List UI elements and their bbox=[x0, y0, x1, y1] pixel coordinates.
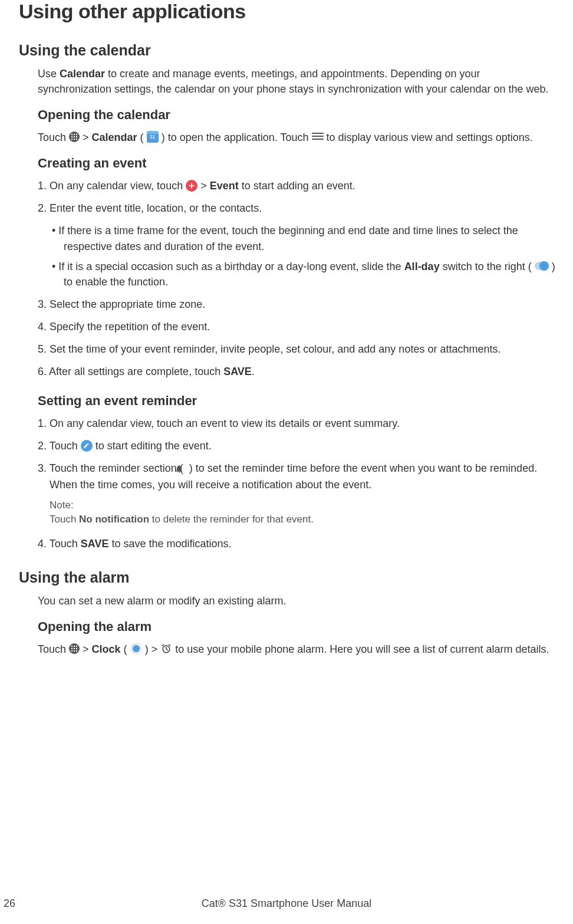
svg-point-4 bbox=[74, 136, 75, 137]
page-number: 26 bbox=[4, 897, 15, 910]
heading-setting-reminder: Setting an event reminder bbox=[38, 393, 555, 409]
opening-alarm-text: Touch > Clock ( ) > to use your mobile p… bbox=[38, 642, 555, 657]
alarm-clock-icon bbox=[160, 643, 172, 655]
svg-point-12 bbox=[71, 648, 73, 649]
calendar-intro: Use Calendar to create and manage events… bbox=[38, 66, 555, 97]
svg-point-5 bbox=[76, 136, 77, 137]
create-step-3: 3. Select the appropriate time zone. bbox=[38, 297, 555, 312]
svg-point-10 bbox=[74, 646, 75, 647]
section-using-alarm: Using the alarm bbox=[19, 569, 555, 586]
svg-point-0 bbox=[71, 134, 73, 135]
heading-opening-calendar: Opening the calendar bbox=[38, 107, 555, 123]
svg-point-16 bbox=[74, 650, 75, 652]
page-footer: 26 Cat® S31 Smartphone User Manual bbox=[0, 897, 573, 910]
apps-grid-icon bbox=[69, 131, 80, 142]
svg-point-17 bbox=[76, 650, 77, 652]
svg-point-14 bbox=[76, 648, 77, 649]
svg-point-3 bbox=[71, 136, 73, 137]
svg-point-6 bbox=[71, 139, 73, 140]
svg-point-8 bbox=[76, 139, 77, 140]
reminder-step-3: 3. Touch the reminder section ( ) to set… bbox=[38, 461, 555, 492]
clock-app-icon bbox=[130, 643, 142, 655]
svg-point-7 bbox=[74, 139, 75, 140]
create-step-4: 4. Specify the repetition of the event. bbox=[38, 319, 555, 334]
reminder-step-4: 4. Touch SAVE to save the modifications. bbox=[38, 536, 555, 551]
reminder-step-1: 1. On any calendar view, touch an event … bbox=[38, 416, 555, 431]
edit-icon bbox=[81, 440, 93, 452]
svg-point-11 bbox=[76, 646, 77, 647]
section-using-calendar: Using the calendar bbox=[19, 42, 555, 59]
menu-icon bbox=[312, 133, 324, 141]
svg-point-2 bbox=[76, 134, 77, 135]
svg-point-15 bbox=[71, 650, 73, 652]
reminder-step-2: 2. Touch to start editing the event. bbox=[38, 438, 555, 453]
footer-title: Cat® S31 Smartphone User Manual bbox=[202, 897, 371, 910]
svg-point-1 bbox=[74, 134, 75, 135]
svg-point-9 bbox=[71, 646, 73, 647]
create-step-6: 6. After all settings are complete, touc… bbox=[38, 364, 555, 379]
toggle-on-icon bbox=[535, 262, 549, 270]
reminder-note: Note: Touch No notification to delete th… bbox=[50, 499, 555, 527]
create-step-1: 1. On any calendar view, touch > Event t… bbox=[38, 178, 555, 193]
heading-opening-alarm: Opening the alarm bbox=[38, 619, 555, 634]
opening-calendar-text: Touch > Calendar ( 31 ) to open the appl… bbox=[38, 130, 555, 145]
svg-point-13 bbox=[74, 648, 75, 649]
create-step-2: 2. Enter the event title, location, or t… bbox=[38, 200, 555, 216]
heading-creating-event: Creating an event bbox=[38, 156, 555, 171]
page-title: Using other applications bbox=[19, 0, 555, 23]
calendar-app-icon: 31 bbox=[147, 131, 159, 143]
create-bullet-2: • If it is a special occasion such as a … bbox=[52, 259, 555, 290]
plus-icon bbox=[186, 180, 197, 192]
alarm-intro: You can set a new alarm or modify an exi… bbox=[38, 593, 555, 609]
create-step-5: 5. Set the time of your event reminder, … bbox=[38, 341, 555, 357]
apps-grid-icon bbox=[69, 643, 80, 654]
create-bullet-1: • If there is a time frame for the event… bbox=[52, 223, 555, 254]
